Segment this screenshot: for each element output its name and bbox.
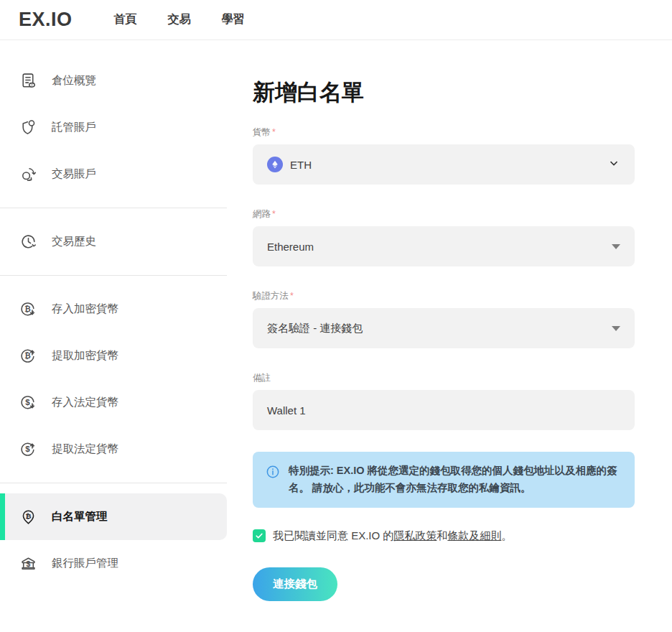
sidebar-item-label: 存入法定貨幣	[52, 395, 118, 410]
verification-field-group: 驗證方法* 簽名驗證 - 連接錢包	[253, 290, 635, 348]
note-input[interactable]: Wallet 1	[253, 390, 635, 430]
verification-value: 簽名驗證 - 連接錢包	[267, 322, 363, 335]
note-field-group: 備註 Wallet 1	[253, 372, 635, 430]
withdraw-fiat-icon: $	[19, 440, 37, 458]
info-notice: 特別提示: EX.IO 將從您選定的錢包取得您的個人錢包地址以及相應的簽名。 請…	[253, 452, 635, 508]
sidebar-item-label: 提取加密貨幣	[52, 348, 118, 363]
agreement-text: 我已閱讀並同意 EX.IO 的隱私政策和條款及細則。	[273, 529, 512, 543]
deposit-crypto-icon: ₿	[19, 300, 37, 318]
sidebar-item-label: 白名單管理	[52, 509, 108, 524]
network-select[interactable]: Ethereum	[253, 226, 635, 266]
note-value: Wallet 1	[267, 404, 306, 417]
verification-label: 驗證方法*	[253, 290, 635, 302]
svg-text:₿: ₿	[25, 512, 31, 520]
withdraw-crypto-icon: ₿	[19, 347, 37, 365]
svg-text:₿: ₿	[24, 305, 31, 313]
currency-label: 貨幣*	[253, 126, 635, 139]
required-asterisk: *	[272, 127, 276, 137]
svg-text:₿: ₿	[24, 352, 31, 360]
bank-account-icon: $	[19, 554, 37, 572]
sidebar-item-label: 銀行賬戶管理	[52, 556, 118, 571]
currency-field-group: 貨幣* ETH	[253, 126, 635, 185]
sidebar-item-label: 提取法定貨幣	[52, 442, 118, 457]
network-field-group: 網路* Ethereum	[253, 208, 635, 266]
agreement-checkbox[interactable]	[253, 529, 266, 542]
sidebar-divider	[0, 208, 227, 208]
network-value: Ethereum	[267, 241, 314, 253]
svg-text:$: $	[27, 560, 31, 568]
whitelist-pin-icon: ₿	[19, 508, 37, 526]
info-icon	[266, 465, 280, 479]
sidebar-item-deposit-crypto[interactable]: ₿ 存入加密貨幣	[0, 286, 227, 333]
eth-coin-icon	[267, 157, 283, 172]
agreement-row: 我已閱讀並同意 EX.IO 的隱私政策和條款及細則。	[253, 529, 635, 543]
sidebar-item-label: 存入加密貨幣	[52, 302, 118, 317]
required-asterisk: *	[272, 209, 276, 219]
custody-account-icon	[19, 118, 37, 136]
verification-select[interactable]: 簽名驗證 - 連接錢包	[253, 308, 635, 348]
sidebar-item-deposit-fiat[interactable]: $ 存入法定貨幣	[0, 379, 227, 426]
sidebar-item-trading-account[interactable]: 交易賬戶	[0, 151, 227, 198]
sidebar: 倉位概覽 託管賬戶 交易賬戶 交易歷史	[0, 40, 227, 632]
connect-wallet-button[interactable]: 連接錢包	[253, 567, 337, 601]
sidebar-item-position-overview[interactable]: 倉位概覽	[0, 57, 227, 104]
main-content: 新增白名單 貨幣* ETH 網路* Ethereum	[227, 40, 646, 632]
sidebar-divider	[0, 275, 227, 276]
sidebar-item-bank-account-management[interactable]: $ 銀行賬戶管理	[0, 540, 227, 587]
note-label: 備註	[253, 372, 635, 384]
sidebar-item-label: 託管賬戶	[52, 120, 96, 135]
currency-value: ETH	[290, 159, 312, 171]
page-title: 新增白名單	[253, 78, 635, 108]
caret-down-icon	[612, 326, 620, 331]
nav-learn[interactable]: 學習	[222, 12, 245, 27]
nav-trade[interactable]: 交易	[168, 12, 191, 27]
sidebar-item-custody-account[interactable]: 託管賬戶	[0, 104, 227, 151]
currency-select[interactable]: ETH	[253, 144, 635, 185]
main-nav: 首頁 交易 學習	[114, 12, 245, 27]
sidebar-item-label: 交易賬戶	[52, 167, 96, 182]
top-bar: EX.IO 首頁 交易 學習	[0, 0, 672, 40]
sidebar-item-label: 交易歷史	[52, 234, 96, 249]
sidebar-item-label: 倉位概覽	[52, 73, 96, 88]
sidebar-item-trade-history[interactable]: 交易歷史	[0, 218, 227, 265]
required-asterisk: *	[290, 291, 294, 301]
sidebar-divider	[0, 483, 227, 483]
sidebar-item-whitelist-management[interactable]: ₿ 白名單管理	[0, 493, 227, 540]
caret-down-icon	[612, 244, 620, 249]
exio-logo[interactable]: EX.IO	[19, 9, 73, 31]
svg-text:$: $	[25, 445, 30, 453]
notice-text: 特別提示: EX.IO 將從您選定的錢包取得您的個人錢包地址以及相應的簽名。 請…	[289, 463, 622, 497]
privacy-policy-link[interactable]: 隱私政策	[393, 529, 437, 542]
trading-account-icon	[19, 165, 37, 183]
sidebar-item-withdraw-fiat[interactable]: $ 提取法定貨幣	[0, 426, 227, 473]
network-label: 網路*	[253, 208, 635, 220]
sidebar-item-withdraw-crypto[interactable]: ₿ 提取加密貨幣	[0, 333, 227, 379]
history-clock-icon	[19, 233, 37, 251]
svg-text:$: $	[25, 398, 30, 406]
deposit-fiat-icon: $	[19, 394, 37, 412]
nav-home[interactable]: 首頁	[114, 12, 137, 27]
terms-link[interactable]: 條款及細則	[447, 529, 501, 542]
position-overview-icon	[19, 72, 37, 90]
chevron-down-icon	[607, 157, 620, 172]
